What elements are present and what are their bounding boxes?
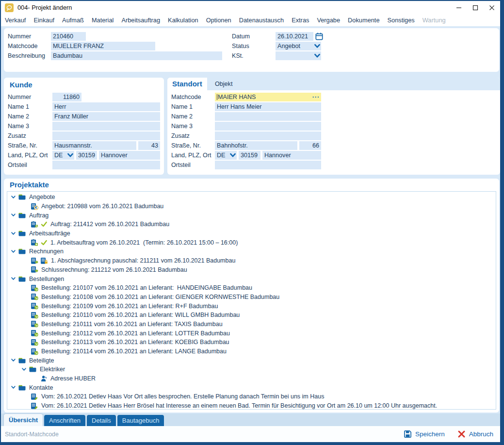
nummer-field[interactable]: 210460 — [51, 32, 86, 41]
kunde-name3-field[interactable] — [52, 122, 160, 131]
kunde-nummer-field[interactable]: 11860 — [52, 93, 81, 101]
tree-item[interactable]: Bestellung: 210113 vom 26.10.2021 an Lie… — [7, 338, 496, 347]
kunde-plz-field[interactable]: 30159 — [76, 151, 97, 160]
tab-anschriften[interactable]: Anschriften — [44, 415, 85, 426]
close-button[interactable] — [484, 1, 500, 14]
kunde-hausnr-field[interactable]: 43 — [138, 141, 160, 150]
status-label: Status — [232, 42, 249, 50]
tree-folder-auftrag[interactable]: Auftrag — [7, 211, 496, 220]
menu-item-extras[interactable]: Extras — [292, 16, 309, 24]
matchcode-field[interactable]: MUELLER FRANZ — [51, 42, 155, 50]
menu-item-vergabe[interactable]: Vergabe — [317, 16, 340, 24]
beschreibung-field[interactable]: Badumbau — [51, 51, 222, 60]
menu-item-datenaustausch[interactable]: Datenaustausch — [239, 16, 284, 24]
menu-item-aufmass[interactable]: Aufmaß — [62, 16, 84, 24]
tree-folder-arbeitsauftrage[interactable]: Arbeitsaufträge — [7, 229, 496, 238]
minimize-button[interactable] — [451, 1, 467, 14]
tree-item[interactable]: Bestellung: 210110 vom 26.10.2021 an Lie… — [7, 311, 496, 320]
save-button[interactable]: Speichern — [404, 430, 445, 438]
tree-item[interactable]: Angebot: 210988 vom 26.10.2021 Badumbau — [7, 202, 496, 211]
standort-hausnr-field[interactable]: 66 — [299, 141, 321, 150]
tree-item[interactable]: Bestellung: 210114 vom 26.10.2021 an Lie… — [7, 347, 496, 356]
tab-bautagebuch[interactable]: Bautagebuch — [117, 415, 164, 426]
kunde-name1-label: Name 1 — [8, 102, 29, 111]
chevron-down-icon — [229, 152, 236, 159]
doc-arrow-icon — [31, 257, 38, 264]
kunde-ortsteil-field[interactable] — [52, 161, 160, 169]
menu-item-material[interactable]: Material — [92, 16, 114, 24]
kunde-zusatz-field[interactable] — [52, 132, 160, 140]
tree-item[interactable]: Vom: 26.10.2021 Detlev Haas Vor Ort alle… — [7, 392, 496, 401]
kst-select[interactable] — [276, 51, 321, 60]
menu-item-arbeitsauftrag[interactable]: Arbeitsauftrag — [121, 16, 160, 24]
standort-plz-field[interactable]: 30159 — [239, 151, 260, 160]
datum-field[interactable]: 26.10.2021 — [276, 32, 313, 41]
project-tree: AngeboteAngebot: 210988 vom 26.10.2021 B… — [7, 191, 496, 410]
menu-item-verkauf[interactable]: Verkauf — [5, 16, 26, 24]
tree-folder-kontakte[interactable]: Kontakte — [7, 383, 496, 392]
standort-name3-field[interactable] — [215, 122, 321, 131]
standort-land-select[interactable]: DE — [215, 151, 237, 160]
cancel-button[interactable]: Abbruch — [457, 430, 493, 438]
chevron-down-icon — [21, 367, 27, 372]
standort-ortsteil-field[interactable] — [215, 161, 321, 169]
chevron-down-icon — [10, 213, 16, 218]
tab-details[interactable]: Details — [87, 415, 116, 426]
tab-standort[interactable]: Standort — [167, 78, 207, 90]
kunde-name3-label: Name 3 — [8, 122, 29, 131]
standort-zusatz-label: Zusatz — [171, 132, 190, 140]
tree-item[interactable]: Bestellung: 210108 vom 26.10.2021 an Lie… — [7, 293, 496, 302]
tree-item[interactable]: 1. Abschlagsrechnung pauschal: 211211 vo… — [7, 256, 496, 265]
standort-matchcode-field[interactable]: MAIER HANS ... — [215, 93, 321, 101]
tree-item[interactable]: Bestellung: 210111 vom 26.10.2021 an Lie… — [7, 320, 496, 329]
tree-item[interactable]: Adresse HUBER — [7, 374, 496, 383]
tree-item[interactable]: Auftrag: 211412 vom 26.10.2021 Badumbau — [7, 220, 496, 229]
tree-item[interactable]: Vom: 26.10.2021 Detlev Haas Herr Brösel … — [7, 401, 496, 410]
tree-folder-elektriker[interactable]: Elektriker — [7, 365, 496, 374]
kunde-title: Kunde — [10, 81, 33, 89]
menu-item-sonstiges[interactable]: Sonstiges — [388, 16, 415, 24]
tab-ubersicht[interactable]: Übersicht — [4, 414, 43, 426]
maximize-button[interactable] — [467, 1, 484, 14]
kunde-name1-field[interactable]: Herr — [52, 102, 160, 111]
matchcode-label: Matchcode — [8, 42, 38, 50]
menu-item-kalkulation[interactable]: Kalkulation — [168, 16, 198, 24]
tree-item[interactable]: Bestellung: 210112 vom 26.10.2021 an Lie… — [7, 329, 496, 338]
kunde-strasse-label: Straße, Nr. — [8, 141, 37, 150]
tree-folder-bestellungen[interactable]: Bestellungen — [7, 274, 496, 283]
standort-name3-label: Name 3 — [171, 122, 193, 131]
tree-folder-angebote[interactable]: Angebote — [7, 193, 496, 202]
check-icon — [40, 239, 48, 246]
tree-item[interactable]: 1. Arbeitsauftrag vom 26.10.2021 (Termin… — [7, 238, 496, 247]
kunde-zusatz-label: Zusatz — [8, 132, 26, 140]
tree-folder-rechnungen[interactable]: Rechnungen — [7, 247, 496, 256]
standort-name1-field[interactable]: Herr Hans Meier — [215, 102, 321, 111]
standort-ort-field[interactable]: Hannover — [262, 151, 321, 160]
doc-cart-icon — [31, 339, 38, 346]
doc-arrow-icon — [31, 266, 38, 273]
tree-item[interactable]: Bestellung: 210107 vom 26.10.2021 an Lie… — [7, 283, 496, 293]
tree-label: Bestellung: 210111 vom 26.10.2021 an Lie… — [41, 321, 223, 328]
tree-label: Vom: 26.10.2021 Detlev Haas Vor Ort alle… — [41, 393, 324, 400]
menu-item-einkauf[interactable]: Einkauf — [33, 16, 54, 24]
kunde-ort-field[interactable]: Hannover — [99, 151, 160, 160]
tree-folder-beteiligte[interactable]: Beteiligte — [7, 356, 496, 365]
tree-item[interactable]: Schlussrechnung: 211212 vom 26.10.2021 B… — [7, 265, 496, 275]
beschreibung-label: Beschreibung — [8, 51, 45, 60]
kunde-strasse-field[interactable]: Hausmannstr. — [52, 141, 136, 150]
kunde-name2-field[interactable]: Franz Müller — [52, 112, 160, 121]
standort-zusatz-field[interactable] — [215, 132, 321, 140]
lookup-ellipsis-button[interactable]: ... — [312, 93, 320, 101]
tab-objekt[interactable]: Objekt — [215, 78, 232, 90]
kst-label: KSt. — [232, 51, 244, 60]
content-area: Nummer 210460 Matchcode MUELLER FRANZ Be… — [1, 26, 500, 442]
menu-item-dokumente[interactable]: Dokumente — [348, 16, 379, 24]
doc-cart-icon — [31, 302, 38, 310]
kunde-land-select[interactable]: DE — [52, 151, 74, 160]
status-select[interactable]: Angebot — [276, 42, 321, 50]
menu-item-optionen[interactable]: Optionen — [206, 16, 231, 24]
standort-name2-field[interactable] — [215, 112, 321, 121]
standort-strasse-field[interactable]: Bahnhofstr. — [215, 141, 297, 150]
calendar-icon[interactable] — [315, 33, 323, 40]
tree-item[interactable]: Bestellung: 210109 vom 26.10.2021 an Lie… — [7, 301, 496, 311]
